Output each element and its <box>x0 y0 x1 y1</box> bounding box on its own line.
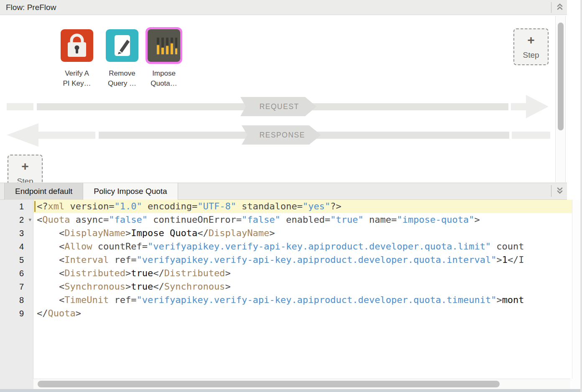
step-tile-remove-query[interactable]: RemoveQuery … <box>100 29 144 89</box>
fold-toggle-icon[interactable]: ▾ <box>28 213 31 227</box>
tab-policy-impose-quota[interactable]: Policy Impose Quota <box>83 183 178 200</box>
tabbar-divider <box>551 185 551 197</box>
code-line-2[interactable]: <Quota async="false" continueOnError="fa… <box>33 213 572 227</box>
hscroll-gutter-corner <box>0 379 33 389</box>
flow-panel-header: Flow: PreFlow <box>0 0 567 15</box>
line-number: 1 <box>0 200 33 213</box>
plus-icon: + <box>21 160 29 173</box>
line-number: 3 <box>0 227 33 240</box>
quota-bars-icon <box>148 29 180 62</box>
step-label: ImposeQuota… <box>151 69 177 89</box>
editor-tab-bar: Endpoint defaultPolicy Impose Quota <box>0 183 567 200</box>
line-number: 8 <box>0 293 33 307</box>
horizontal-scrollbar-thumb[interactable] <box>38 381 500 387</box>
horizontal-scrollbar[interactable] <box>33 379 570 389</box>
line-number: 7 <box>0 280 33 293</box>
add-step-label: Step <box>523 51 539 60</box>
window-bottom-edge <box>0 389 582 392</box>
response-flow-segment-right <box>512 132 550 139</box>
flow-panel-collapse-button[interactable] <box>554 0 566 15</box>
code-line-4[interactable]: <Allow countRef="verifyapikey.verify-api… <box>33 240 572 253</box>
add-step-button-top[interactable]: + Step <box>513 28 549 65</box>
code-line-1[interactable]: <?xml version="1.0" encoding="UTF-8" sta… <box>33 200 572 213</box>
text-caret <box>34 201 36 212</box>
response-label: RESPONSE <box>258 131 305 140</box>
flow-editor-window: Flow: PreFlow Verify API Key…RemoveQuery… <box>0 0 582 392</box>
request-label: REQUEST <box>258 102 299 111</box>
pencil-icon <box>106 29 138 62</box>
request-flow-segment-left <box>7 103 33 110</box>
code-line-5[interactable]: <Interval ref="verifyapikey.verify-api-k… <box>33 253 572 267</box>
request-arrow-icon <box>526 95 549 118</box>
code-line-6[interactable]: <Distributed>true</Distributed> <box>33 267 572 280</box>
lock-icon <box>61 29 93 62</box>
code-line-3[interactable]: <DisplayName>Impose Quota</DisplayName> <box>33 227 572 240</box>
request-banner: REQUEST <box>240 97 317 116</box>
line-number: 2▾ <box>0 213 33 227</box>
code-line-9[interactable]: </Quota> <box>33 307 572 320</box>
chevrons-down-icon <box>556 186 564 196</box>
flow-vertical-scrollbar[interactable] <box>555 16 566 182</box>
add-step-button-bottom[interactable]: + Step <box>8 155 43 183</box>
flow-vertical-scrollbar-thumb[interactable] <box>558 23 564 130</box>
line-number: 4 <box>0 240 33 253</box>
window-right-edge <box>580 0 582 392</box>
flow-title: Flow: PreFlow <box>6 0 56 15</box>
line-number-gutter: 12▾3456789 <box>0 200 33 379</box>
step-label: Verify API Key… <box>63 69 91 89</box>
editor-panel-collapse-button[interactable] <box>554 183 566 200</box>
chevrons-up-icon <box>556 3 564 13</box>
step-tile-verify-api-key[interactable]: Verify API Key… <box>55 29 99 89</box>
step-label: RemoveQuery … <box>108 69 136 89</box>
response-arrow-icon <box>7 123 38 147</box>
code-pane[interactable]: <?xml version="1.0" encoding="UTF-8" sta… <box>33 200 572 379</box>
add-step-label: Step <box>17 177 33 183</box>
code-line-7[interactable]: <Synchronous>true</Synchronous> <box>33 280 572 293</box>
flow-canvas: Verify API Key…RemoveQuery …ImposeQuota…… <box>0 15 582 183</box>
plus-icon: + <box>527 34 535 46</box>
header-divider <box>551 2 551 13</box>
response-flow-segment-left <box>37 132 95 139</box>
code-editor: 12▾3456789 <?xml version="1.0" encoding=… <box>0 200 582 392</box>
line-number: 5 <box>0 253 33 267</box>
line-number: 9 <box>0 307 33 320</box>
code-line-8[interactable]: <TimeUnit ref="verifyapikey.verify-api-k… <box>33 293 572 307</box>
tab-endpoint-default[interactable]: Endpoint default <box>4 183 83 200</box>
step-tile-impose-quota[interactable]: ImposeQuota… <box>142 29 186 89</box>
response-banner: RESPONSE <box>242 125 321 145</box>
line-number: 6 <box>0 267 33 280</box>
